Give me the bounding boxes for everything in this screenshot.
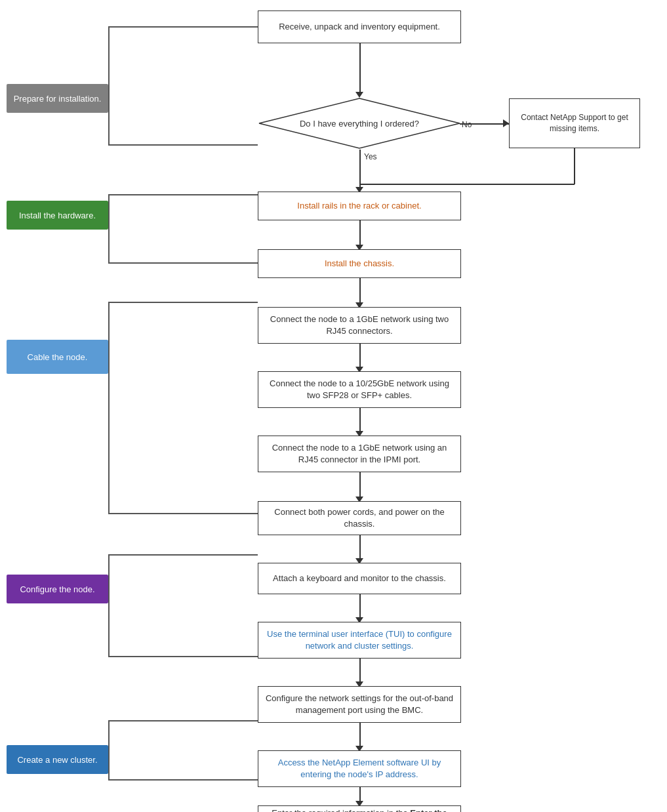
box-element-ui: Access the NetApp Element software UI by… (258, 750, 461, 787)
bracket-cable-h-bot (108, 513, 258, 514)
box-attach-keyboard: Attach a keyboard and monitor to the cha… (258, 563, 461, 594)
arrowhead-no (503, 119, 509, 127)
box-connect-1gbe: Connect the node to a 1GbE network using… (258, 307, 461, 344)
bracket-configure-h-bot (108, 656, 258, 657)
box-connect-25gbe: Connect the node to a 10/25GbE network u… (258, 371, 461, 408)
box-tui: Use the terminal user interface (TUI) to… (258, 622, 461, 659)
box-bmc: Configure the network settings for the o… (258, 686, 461, 723)
phase-cluster: Create a new cluster. (7, 745, 108, 774)
box-power-on: Connect both power cords, and power on t… (258, 501, 461, 535)
arrow-yes-down (359, 150, 361, 190)
diamond-everything: Do I have everything I ordered? (258, 97, 461, 150)
bracket-cluster-h-bot (108, 779, 258, 781)
bracket-cluster-h-top (108, 720, 258, 721)
arrow-7-8 (359, 408, 361, 434)
bracket-hardware-h-top (108, 194, 258, 195)
label-no: No (462, 120, 472, 129)
bracket-cable-h-top (108, 302, 258, 303)
arrow-6-7 (359, 344, 361, 370)
bracket-prepare-top (108, 26, 110, 91)
arrow-11-12 (359, 659, 361, 685)
bracket-prepare-mid (108, 91, 110, 102)
box-install-chassis: Install the chassis. (258, 249, 461, 278)
bracket-cable (108, 302, 110, 513)
bracket-hardware (108, 194, 110, 263)
bracket-configure-h-top (108, 554, 258, 556)
phase-configure: Configure the node. (7, 575, 108, 603)
arrow-12-13 (359, 723, 361, 749)
flowchart-diagram: Prepare for installation. Install the ha… (0, 0, 667, 812)
label-yes: Yes (364, 152, 377, 161)
phase-cable: Cable the node. (7, 340, 108, 374)
arrow-8-9 (359, 472, 361, 500)
phase-hardware: Install the hardware. (7, 201, 108, 230)
bracket-cluster (108, 720, 110, 779)
bracket-prepare-bottom (108, 102, 110, 145)
phase-prepare: Prepare for installation. (7, 84, 108, 113)
bracket-hardware-h-bot (108, 262, 258, 264)
arrow-no-h (460, 123, 509, 125)
arrow-4-5 (359, 220, 361, 248)
arrow-10-11 (359, 594, 361, 620)
arrow-5-6 (359, 278, 361, 306)
bracket-prepare-h-top (108, 26, 258, 28)
box-contact-support: Contact NetApp Support to get missing it… (509, 98, 640, 148)
bracket-configure (108, 554, 110, 656)
arrow-support-back (359, 184, 575, 185)
box-receive: Receive, unpack and inventory equipment. (258, 10, 461, 43)
arrow-support-down (574, 148, 575, 184)
bracket-prepare-h-bot (108, 144, 258, 146)
box-install-rails: Install rails in the rack or cabinet. (258, 192, 461, 220)
box-connect-ipmi: Connect the node to a 1GbE network using… (258, 436, 461, 472)
arrow-9-10 (359, 535, 361, 561)
arrow-1-to-diamond (359, 43, 361, 92)
box-create-cluster: Enter the required information in the En… (258, 805, 461, 812)
